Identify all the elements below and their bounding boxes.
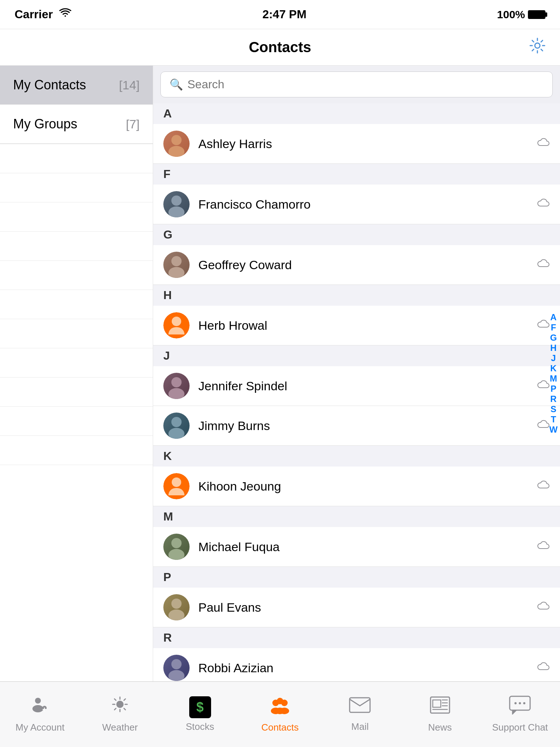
svg-line-27 (114, 699, 116, 700)
page-title: Contacts (249, 39, 311, 55)
tab-support-chat[interactable]: Support Chat (480, 696, 560, 733)
weather-icon (110, 696, 130, 719)
svg-point-3 (171, 196, 182, 206)
svg-point-5 (171, 256, 182, 266)
alpha-letter-m[interactable]: M (548, 374, 559, 383)
tab-news[interactable]: News (400, 696, 480, 733)
search-bar[interactable]: 🔍 (160, 71, 553, 97)
tab-contacts[interactable]: Contacts (240, 696, 320, 733)
contact-row[interactable]: Jennifer Spindel (153, 366, 560, 406)
contact-name: Francisco Chamorro (198, 197, 528, 212)
contact-row[interactable]: Paul Evans (153, 588, 560, 627)
svg-point-4 (168, 206, 184, 217)
contact-row[interactable]: Geoffrey Coward (153, 245, 560, 285)
alpha-letter-s[interactable]: S (548, 405, 559, 414)
cloud-sync-icon (537, 379, 550, 393)
svg-point-15 (171, 659, 182, 669)
carrier-label: Carrier (15, 8, 53, 21)
app-header: Contacts (0, 29, 560, 66)
alpha-letter-h[interactable]: H (548, 344, 559, 352)
status-bar: Carrier 2:47 PM 100% (0, 0, 560, 29)
contact-row[interactable]: Jimmy Burns (153, 406, 560, 446)
tab-stocks[interactable]: $ Stocks (160, 696, 240, 732)
tab-stocks-label: Stocks (186, 721, 214, 732)
cloud-sync-icon (537, 661, 550, 675)
stocks-icon: $ (189, 696, 211, 718)
svg-point-22 (116, 701, 124, 708)
avatar (163, 594, 190, 620)
avatar (163, 413, 190, 439)
alpha-letter-f[interactable]: F (548, 323, 559, 332)
cloud-sync-icon (537, 198, 550, 211)
tab-my-account[interactable]: My Account (0, 696, 80, 733)
contact-name: Herb Hrowal (198, 318, 528, 333)
search-input[interactable] (187, 78, 544, 91)
contact-row[interactable]: Francisco Chamorro (153, 185, 560, 224)
svg-point-20 (32, 705, 43, 712)
avatar (163, 312, 190, 338)
mail-icon (349, 696, 371, 718)
tab-contacts-label: Contacts (261, 722, 299, 733)
contact-row[interactable]: Ashley Harris (153, 124, 560, 164)
tab-weather[interactable]: Weather (80, 696, 160, 733)
alpha-letter-w[interactable]: W (548, 425, 559, 434)
contact-row[interactable]: Michael Fuqua (153, 527, 560, 567)
section-header-g: G (153, 224, 560, 245)
svg-point-12 (168, 549, 184, 560)
main-content: My Contacts [14] My Groups [7] 🔍 (0, 66, 560, 681)
contact-row[interactable]: Herb Hrowal (153, 306, 560, 345)
contacts-list: A Ashley Harris F Francisco Chamorro (153, 103, 560, 681)
svg-point-14 (168, 609, 184, 620)
alpha-letter-t[interactable]: T (548, 415, 559, 424)
tab-news-label: News (428, 722, 452, 733)
svg-point-1 (171, 135, 182, 145)
chat-icon (509, 696, 531, 719)
svg-point-10 (168, 428, 184, 439)
alpha-letter-r[interactable]: R (548, 395, 559, 403)
tab-mail[interactable]: Mail (320, 696, 400, 732)
avatar (163, 373, 190, 399)
svg-line-29 (124, 699, 125, 700)
section-header-p: P (153, 567, 560, 588)
alpha-letter-g[interactable]: G (548, 333, 559, 342)
svg-point-16 (168, 670, 184, 681)
avatar (163, 191, 190, 217)
contacts-icon (268, 696, 292, 719)
contact-name: Jimmy Burns (198, 419, 528, 433)
section-header-k: K (153, 446, 560, 467)
contact-row[interactable]: Kihoon Jeoung (153, 467, 560, 506)
cloud-sync-icon (537, 258, 550, 272)
contact-name: Ashley Harris (198, 137, 528, 151)
tab-mail-label: Mail (351, 721, 369, 732)
svg-rect-38 (431, 697, 450, 713)
time-display: 2:47 PM (262, 8, 307, 21)
contact-name: Jennifer Spindel (198, 379, 528, 393)
contact-row[interactable]: Robbi Azizian (153, 648, 560, 681)
svg-point-11 (171, 538, 182, 548)
svg-point-46 (519, 702, 521, 704)
alpha-index: A F G H J K M P R S T W (548, 313, 559, 434)
alpha-letter-p[interactable]: P (548, 384, 559, 393)
contact-name: Paul Evans (198, 600, 528, 615)
sidebar-item-my-contacts[interactable]: My Contacts [14] (0, 66, 153, 105)
sidebar-item-my-groups[interactable]: My Groups [7] (0, 105, 153, 144)
alpha-letter-k[interactable]: K (548, 364, 559, 373)
person-icon (31, 696, 50, 719)
alpha-letter-a[interactable]: A (548, 313, 559, 322)
cloud-sync-icon (537, 540, 550, 554)
contact-name: Geoffrey Coward (198, 258, 528, 272)
svg-point-7 (171, 377, 182, 387)
battery-percentage: 100% (497, 8, 525, 21)
tab-bar: My Account Weather $ Stocks (0, 681, 560, 747)
avatar (163, 252, 190, 278)
tab-support-chat-label: Support Chat (492, 722, 548, 733)
svg-point-0 (535, 43, 540, 48)
svg-line-30 (114, 708, 116, 710)
section-header-r: R (153, 627, 560, 648)
contact-name: Michael Fuqua (198, 540, 528, 554)
settings-button[interactable] (529, 38, 545, 57)
search-bar-wrap: 🔍 (153, 66, 560, 103)
svg-point-13 (171, 599, 182, 609)
alpha-letter-j[interactable]: J (548, 354, 559, 363)
svg-point-8 (168, 388, 184, 399)
